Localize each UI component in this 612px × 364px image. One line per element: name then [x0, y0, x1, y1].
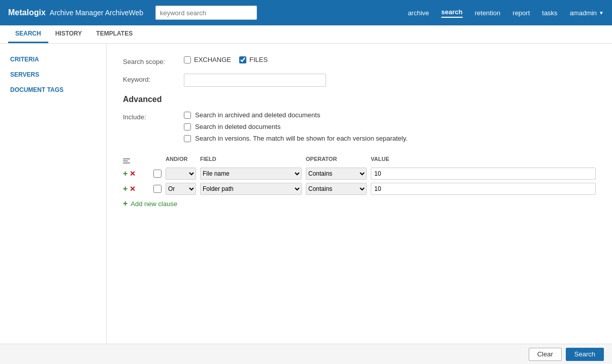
nav-search[interactable]: search — [441, 8, 463, 18]
keyword-row: Keyword: — [123, 74, 596, 87]
include-versions-label: Search in versions. The match will be sh… — [195, 135, 408, 142]
files-option: FILES — [239, 56, 268, 63]
clauses-section: AND/OR FIELD OPERATOR VALUE + ✕ And Or — [123, 152, 596, 208]
exchange-checkbox[interactable] — [184, 56, 191, 63]
col-value-header: VALUE — [371, 156, 596, 162]
col-field-header: FIELD — [200, 156, 302, 162]
brand: Metalogix Archive Manager ArchiveWeb — [8, 8, 143, 17]
clause-actions-0: + ✕ — [123, 170, 151, 178]
clause-row-1: + ✕ And Or File name Folder path Subject… — [123, 183, 596, 195]
add-clause-label: Add new clause — [131, 200, 177, 208]
clause-header: AND/OR FIELD OPERATOR VALUE — [123, 152, 596, 166]
brand-appname: Archive Manager ArchiveWeb — [50, 9, 143, 17]
files-label: FILES — [249, 56, 268, 63]
clause-value-1[interactable] — [371, 183, 596, 195]
include-deleted-label: Search in deleted documents — [195, 123, 280, 130]
tab-search[interactable]: SEARCH — [8, 25, 48, 43]
clause-andor-1[interactable]: And Or — [166, 183, 196, 195]
list-icon[interactable] — [123, 158, 130, 163]
clause-operator-0[interactable]: Contains Equals Starts with Ends with — [306, 168, 367, 180]
nav-retention[interactable]: retention — [475, 9, 501, 17]
sidebar: CRITERIA SERVERS DOCUMENT TAGS — [0, 44, 107, 344]
admin-dropdown-arrow: ▼ — [599, 10, 604, 16]
search-scope-label: Search scope: — [123, 56, 184, 65]
tabs-bar: SEARCH HISTORY TEMPLATES — [0, 25, 612, 44]
col-operator-header: OPERATOR — [306, 156, 367, 162]
remove-clause-btn-1[interactable]: ✕ — [130, 185, 136, 192]
keyword-input[interactable] — [184, 74, 326, 87]
col-actions-header — [123, 154, 151, 163]
include-label: Include: — [123, 111, 184, 121]
files-checkbox[interactable] — [239, 56, 246, 63]
scope-options: EXCHANGE FILES — [184, 56, 596, 63]
col-andor-header: AND/OR — [166, 156, 196, 162]
exchange-option: EXCHANGE — [184, 56, 231, 63]
nav-report[interactable]: report — [512, 9, 530, 17]
keyword-control — [184, 74, 596, 87]
include-deleted-checkbox[interactable] — [184, 123, 191, 130]
sidebar-item-document-tags[interactable]: DOCUMENT TAGS — [0, 82, 106, 97]
include-checkboxes: Search in archived and deleted documents… — [184, 111, 596, 142]
add-clause-btn-0[interactable]: + — [123, 170, 127, 178]
clause-row-0: + ✕ And Or File name Folder path Subject… — [123, 168, 596, 180]
header: Metalogix Archive Manager ArchiveWeb arc… — [0, 0, 612, 25]
sidebar-item-criteria[interactable]: CRITERIA — [0, 52, 106, 67]
keyword-label: Keyword: — [123, 74, 184, 83]
header-search-input[interactable] — [155, 6, 257, 20]
clause-value-0[interactable] — [371, 168, 596, 180]
clause-checkbox-1[interactable] — [153, 185, 162, 193]
clause-field-0[interactable]: File name Folder path Subject From To — [200, 168, 302, 180]
clause-checkbox-0[interactable] — [153, 170, 162, 178]
clause-andor-0[interactable]: And Or — [166, 168, 196, 180]
add-new-clause[interactable]: + Add new clause — [123, 199, 596, 208]
clause-field-1[interactable]: File name Folder path Subject From To — [200, 183, 302, 195]
admin-label: amadmin — [570, 9, 597, 17]
add-clause-plus-icon: + — [123, 199, 127, 208]
nav-archive[interactable]: archive — [408, 9, 429, 17]
header-search-container — [155, 6, 257, 20]
footer: Clear Search — [0, 344, 612, 364]
remove-clause-btn-0[interactable]: ✕ — [130, 170, 136, 177]
include-option-0: Search in archived and deleted documents — [184, 111, 596, 119]
include-option-1: Search in deleted documents — [184, 123, 596, 130]
include-archived-deleted-checkbox[interactable] — [184, 112, 191, 119]
search-button[interactable]: Search — [566, 348, 604, 361]
tab-templates[interactable]: TEMPLATES — [89, 25, 140, 43]
admin-menu[interactable]: amadmin ▼ — [570, 9, 604, 17]
tab-history[interactable]: HISTORY — [48, 25, 89, 43]
brand-logo: Metalogix — [8, 8, 46, 17]
main-layout: CRITERIA SERVERS DOCUMENT TAGS Search sc… — [0, 44, 612, 344]
clause-actions-1: + ✕ — [123, 185, 151, 193]
search-scope-row: Search scope: EXCHANGE FILES — [123, 56, 596, 65]
sidebar-item-servers[interactable]: SERVERS — [0, 67, 106, 82]
include-row: Include: Search in archived and deleted … — [123, 111, 596, 142]
include-versions-checkbox[interactable] — [184, 135, 191, 142]
include-archived-deleted-label: Search in archived and deleted documents — [195, 111, 320, 119]
header-nav: archive search retention report tasks am… — [408, 8, 604, 18]
clause-operator-1[interactable]: Contains Equals Starts with Ends with — [306, 183, 367, 195]
include-option-2: Search in versions. The match will be sh… — [184, 135, 596, 142]
exchange-label: EXCHANGE — [194, 56, 231, 63]
clear-button[interactable]: Clear — [529, 348, 562, 361]
nav-tasks[interactable]: tasks — [542, 9, 557, 17]
content-area: Search scope: EXCHANGE FILES Keyword: Ad… — [107, 44, 612, 344]
add-clause-btn-1[interactable]: + — [123, 185, 127, 193]
include-options: Search in archived and deleted documents… — [184, 111, 596, 142]
advanced-title: Advanced — [123, 95, 596, 104]
